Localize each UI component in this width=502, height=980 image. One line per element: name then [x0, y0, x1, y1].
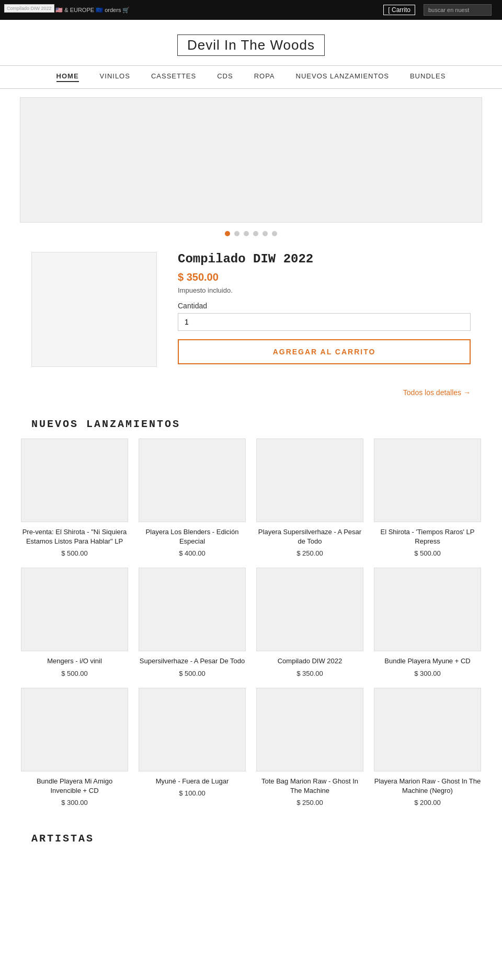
top-bar-right: [ Carrito — [383, 4, 492, 16]
product-price: $ 250.00 — [256, 549, 363, 557]
nav-cassettes[interactable]: CASSETTES — [151, 72, 196, 82]
product-image — [256, 688, 363, 771]
product-image — [256, 568, 363, 651]
product-name: Playera Marion Raw - Ghost In The Machin… — [374, 777, 481, 795]
product-card[interactable]: Bundle Playera Mi Amigo Invencible + CD$… — [21, 688, 128, 806]
product-price: $ 500.00 — [374, 549, 481, 557]
product-image — [374, 439, 481, 522]
product-card[interactable]: Playera Los Blenders - Edición Especial$… — [139, 439, 246, 557]
product-image — [256, 439, 363, 522]
artists-title: ARTISTAS — [31, 833, 471, 845]
product-card[interactable]: Playera Marion Raw - Ghost In The Machin… — [374, 688, 481, 806]
nav-bundles[interactable]: BUNDLES — [410, 72, 446, 82]
product-price: $ 250.00 — [256, 799, 363, 806]
product-name: Tote Bag Marion Raw - Ghost In The Machi… — [256, 777, 363, 795]
main-nav: HOME VINILOS CASSETTES CDS ROPA NUEVOS L… — [0, 65, 502, 89]
product-card[interactable]: Myuné - Fuera de Lugar$ 100.00 — [139, 688, 246, 806]
product-price: $ 200.00 — [374, 799, 481, 806]
carousel-dot-2[interactable] — [234, 231, 239, 236]
product-name: Playera Supersilverhaze - A Pesar de Tod… — [256, 527, 363, 546]
featured-product-image: Compilado DIW 2022 — [31, 252, 157, 367]
product-card[interactable]: Bundle Playera Myune + CD$ 300.00 — [374, 568, 481, 677]
product-name: Playera Los Blenders - Edición Especial — [139, 527, 246, 546]
product-name: El Shirota - 'Tiempos Raros' LP Repress — [374, 527, 481, 546]
featured-product-info: Compilado DIW 2022 $ 350.00 Impuesto inc… — [178, 252, 471, 364]
product-name: Compilado DIW 2022 — [256, 656, 363, 666]
carousel-dot-3[interactable] — [244, 231, 249, 236]
product-name: Pre-venta: El Shirota - "Ni Siquiera Est… — [21, 527, 128, 546]
product-image — [21, 688, 128, 771]
product-price: $ 500.00 — [21, 670, 128, 677]
nav-vinilos[interactable]: VINILOS — [100, 72, 130, 82]
product-card[interactable]: Pre-venta: El Shirota - "Ni Siquiera Est… — [21, 439, 128, 557]
product-price: $ 500.00 — [21, 549, 128, 557]
product-card[interactable]: Compilado DIW 2022$ 350.00 — [256, 568, 363, 677]
cart-link[interactable]: [ Carrito — [383, 5, 415, 15]
nav-home[interactable]: HOME — [56, 72, 79, 82]
quantity-label: Cantidad — [178, 302, 471, 310]
product-card[interactable]: Playera Supersilverhaze - A Pesar de Tod… — [256, 439, 363, 557]
product-card[interactable]: Supersilverhaze - A Pesar De Todo$ 500.0… — [139, 568, 246, 677]
nav-ropa[interactable]: ROPA — [254, 72, 275, 82]
product-price: $ 350.00 — [256, 670, 363, 677]
carousel-dot-4[interactable] — [253, 231, 258, 236]
product-card[interactable]: El Shirota - 'Tiempos Raros' LP Repress$… — [374, 439, 481, 557]
product-grid: Pre-venta: El Shirota - "Ni Siquiera Est… — [0, 439, 502, 822]
quantity-input[interactable] — [178, 313, 471, 331]
product-name: Bundle Playera Mi Amigo Invencible + CD — [21, 777, 128, 795]
carousel-dot-6[interactable] — [272, 231, 277, 236]
product-image — [21, 568, 128, 651]
nav-nuevos-lanzamientos[interactable]: NUEVOS LANZAMIENTOS — [296, 72, 389, 82]
product-name: Supersilverhaze - A Pesar De Todo — [139, 656, 246, 666]
site-logo: Devil In The Woods — [177, 34, 325, 56]
carousel-dots — [0, 231, 502, 236]
product-card[interactable]: Tote Bag Marion Raw - Ghost In The Machi… — [256, 688, 363, 806]
product-name: Bundle Playera Myune + CD — [374, 656, 481, 666]
artists-section: ARTISTAS — [0, 822, 502, 871]
product-image — [139, 439, 246, 522]
product-image — [374, 568, 481, 651]
product-image — [139, 688, 246, 771]
product-price: $ 300.00 — [374, 670, 481, 677]
details-link-container: Todos los detalles → — [0, 383, 502, 408]
details-link[interactable]: Todos los detalles → — [403, 388, 471, 397]
product-image — [21, 439, 128, 522]
site-header: Devil In The Woods — [0, 20, 502, 65]
add-to-cart-button[interactable]: AGREGAR AL CARRITO — [178, 339, 471, 364]
product-card[interactable]: Mengers - i/O vinil$ 500.00 — [21, 568, 128, 677]
featured-image-label: Compilado DIW 2022 — [4, 4, 54, 13]
product-price: $ 500.00 — [139, 670, 246, 677]
nav-cds[interactable]: CDS — [217, 72, 233, 82]
featured-product: Compilado DIW 2022 Compilado DIW 2022 $ … — [0, 247, 502, 383]
top-bar: Click here for US 🇺🇸 & EUROPE 🇪🇺 orders … — [0, 0, 502, 20]
carousel-dot-1[interactable] — [225, 231, 230, 236]
featured-product-price: $ 350.00 — [178, 271, 471, 283]
product-image — [139, 568, 246, 651]
product-price: $ 100.00 — [139, 789, 246, 797]
hero-banner — [20, 97, 482, 223]
featured-product-title: Compilado DIW 2022 — [178, 252, 471, 266]
featured-product-tax: Impuesto incluido. — [178, 286, 471, 294]
nuevos-lanzamientos-title: NUEVOS LANZAMIENTOS — [0, 408, 502, 439]
product-price: $ 300.00 — [21, 799, 128, 806]
product-price: $ 400.00 — [139, 549, 246, 557]
product-name: Mengers - i/O vinil — [21, 656, 128, 666]
carousel-dot-5[interactable] — [263, 231, 268, 236]
product-image — [374, 688, 481, 771]
product-name: Myuné - Fuera de Lugar — [139, 777, 246, 786]
search-input[interactable] — [424, 4, 492, 16]
